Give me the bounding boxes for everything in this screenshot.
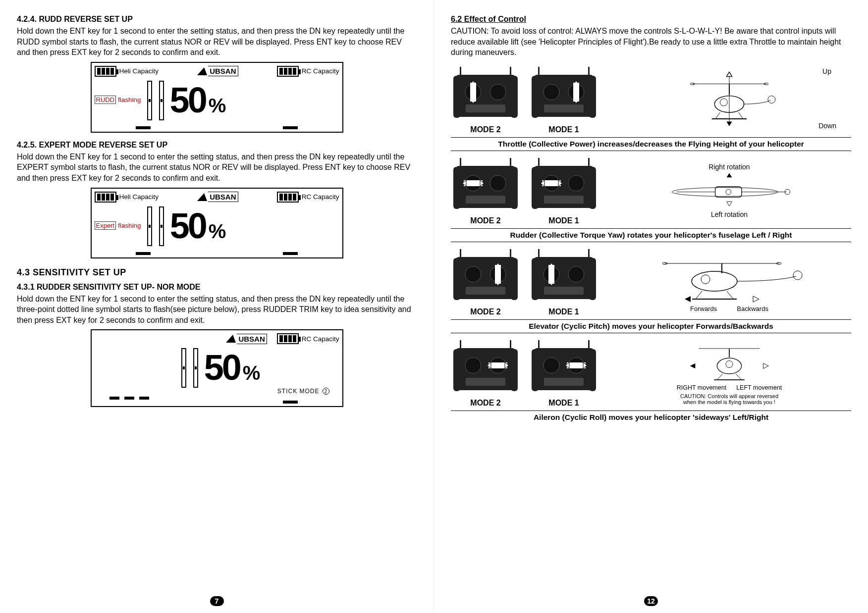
throttle-block: MODE 2 MODE 1 [451, 63, 851, 151]
svg-rect-94 [588, 340, 590, 349]
svg-point-86 [465, 358, 481, 373]
heli-capacity-label: Heli Capacity [119, 193, 159, 201]
heli-rudder-diagram: Right rotation Left rotation [607, 163, 851, 218]
remote-mode2: MODE 2 [451, 65, 520, 134]
svg-point-68 [568, 266, 584, 282]
svg-rect-10 [532, 76, 539, 118]
svg-point-101 [717, 358, 741, 374]
heli-elevator-diagram: Forwards Backwards [607, 251, 851, 312]
aileron-block: MODE 2 MODE 1 RIGHT movement [451, 336, 851, 424]
svg-rect-55 [511, 258, 518, 300]
remote-mode2: MODE 2 [451, 338, 520, 408]
value-display: 50% [170, 205, 224, 246]
svg-rect-12 [538, 67, 540, 76]
body-431: Hold down the ENT key for 1 second to en… [17, 294, 417, 326]
svg-rect-33 [510, 158, 511, 167]
svg-point-76 [701, 275, 710, 284]
right-rotation-label: Right rotation [708, 163, 750, 171]
svg-rect-98 [544, 378, 584, 386]
remote-mode1: MODE 1 [529, 65, 598, 134]
elevator-caption: Elevator (Cyclic Pitch) moves your helic… [451, 319, 851, 333]
svg-rect-36 [464, 180, 483, 186]
svg-rect-69 [548, 265, 554, 284]
left-movement-label: LEFT movement [736, 384, 782, 391]
svg-rect-83 [511, 349, 518, 391]
page-number: 7 [210, 596, 224, 606]
svg-rect-4 [510, 67, 511, 76]
svg-rect-48 [715, 187, 742, 197]
svg-rect-30 [453, 167, 460, 209]
rc-capacity-label: RC Capacity [302, 335, 339, 343]
svg-point-44 [568, 175, 584, 191]
svg-rect-41 [538, 158, 540, 167]
battery-icon [277, 66, 299, 77]
svg-rect-8 [466, 104, 505, 112]
svg-rect-88 [488, 362, 507, 368]
heading-424: 4.2.4. RUDD REVERSE SET UP [17, 15, 417, 24]
rudder-block: MODE 2 MODE 1 Right rotation Left [451, 154, 851, 242]
heading-425: 4.2.5. EXPERT MODE REVERSE SET UP [17, 141, 417, 150]
stick-indicator [147, 81, 164, 120]
svg-rect-92 [589, 349, 596, 391]
aileron-caption: Aileron (Cyclic Roll) moves your helicop… [451, 410, 851, 424]
page-number: 12 [644, 596, 658, 606]
throttle-caption: Throttle (Collective Power) increases/de… [451, 137, 851, 151]
svg-rect-7 [470, 83, 476, 102]
remote-mode1: MODE 1 [529, 338, 598, 408]
battery-icon [95, 192, 116, 203]
svg-rect-93 [538, 340, 540, 349]
svg-rect-63 [532, 258, 539, 300]
svg-rect-57 [510, 249, 511, 258]
stick-mode-label: STICK MODE [277, 388, 320, 395]
backwards-label: Backwards [737, 305, 768, 312]
svg-rect-1 [453, 76, 460, 118]
svg-rect-37 [466, 196, 505, 204]
body-424: Hold down the ENT key for 1 second to en… [17, 26, 417, 58]
heading-43: 4.3 SENSITIVITY SET UP [17, 267, 417, 278]
stick-indicator [147, 206, 164, 246]
svg-point-77 [793, 271, 802, 280]
rc-capacity-label: RC Capacity [302, 67, 339, 75]
svg-rect-61 [466, 287, 505, 295]
reversal-caution-1: CAUTION: Controls will appear reversed [680, 393, 778, 399]
svg-rect-16 [573, 83, 579, 102]
stick-mode-num: 2 [323, 388, 329, 395]
value-display: 50% [170, 80, 224, 120]
svg-rect-54 [453, 258, 460, 300]
remote-mode1: MODE 1 [529, 247, 598, 316]
svg-line-26 [715, 112, 720, 119]
flashing-label: flashing [118, 96, 141, 103]
rc-capacity-label: RC Capacity [302, 193, 339, 201]
svg-rect-45 [542, 180, 561, 186]
remote-mode2: MODE 2 [451, 156, 520, 225]
right-movement-label: RIGHT movement [677, 384, 727, 391]
svg-rect-85 [510, 340, 511, 349]
svg-rect-17 [544, 104, 584, 112]
svg-point-58 [465, 266, 481, 282]
svg-rect-56 [460, 249, 461, 258]
elevator-block: MODE 2 MODE 1 [451, 245, 851, 333]
svg-point-6 [490, 84, 506, 100]
page-7: 4.2.4. RUDD REVERSE SET UP Hold down the… [0, 0, 434, 613]
svg-rect-65 [538, 249, 540, 258]
svg-rect-84 [460, 340, 461, 349]
page-12: 6.2 Effect of Control CAUTION: To avoid … [434, 0, 868, 613]
remote-mode1: MODE 1 [529, 156, 598, 225]
heading-62: 6.2 Effect of Control [451, 15, 851, 24]
reversal-caution-2: when the model is flying towards you ! [680, 399, 778, 405]
svg-point-75 [692, 271, 737, 291]
brand-logo: UBSAN [226, 334, 267, 344]
caution-text: CAUTION: To avoid loss of control: ALWAY… [451, 26, 851, 58]
svg-rect-2 [511, 76, 518, 118]
value-display: 50% [204, 347, 259, 388]
left-rotation-label: Left rotation [711, 210, 748, 218]
svg-point-95 [543, 358, 559, 373]
heli-aileron-diagram: RIGHT movement LEFT movement CAUTION: Co… [607, 341, 851, 405]
svg-line-79 [727, 291, 733, 299]
svg-point-25 [768, 96, 775, 103]
svg-point-49 [726, 189, 731, 195]
svg-rect-97 [567, 362, 586, 368]
svg-rect-32 [460, 158, 461, 167]
battery-icon [277, 192, 299, 203]
svg-rect-39 [532, 167, 539, 209]
